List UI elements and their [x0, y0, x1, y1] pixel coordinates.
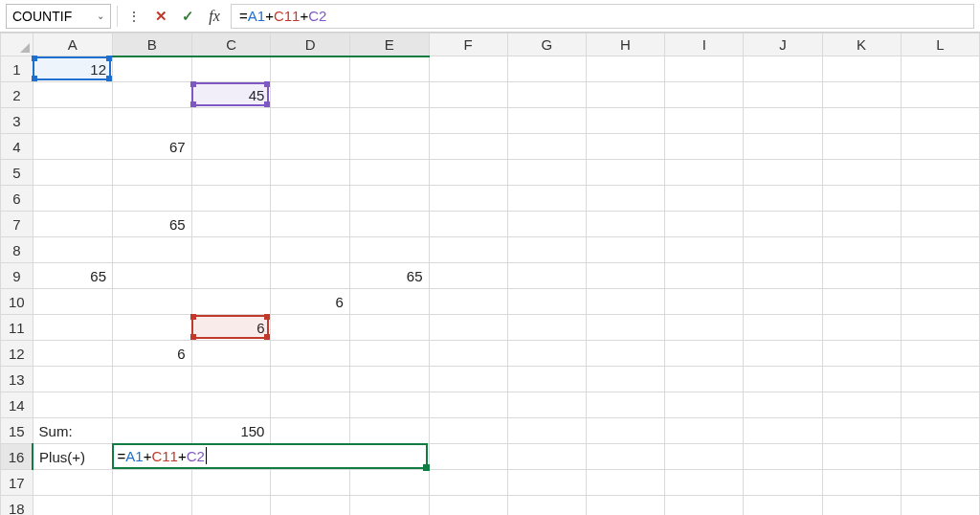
cell-E10[interactable] [349, 289, 429, 315]
col-header-H[interactable]: H [586, 34, 664, 56]
cell-B3[interactable] [113, 108, 192, 134]
cell-J7[interactable] [744, 212, 822, 237]
cell-E2[interactable] [349, 82, 429, 108]
name-box[interactable]: COUNTIF ⌄ [6, 4, 111, 29]
cell-H15[interactable] [586, 418, 664, 444]
cell-C9[interactable] [191, 263, 271, 289]
cell-G11[interactable] [507, 315, 586, 341]
row-header-13[interactable]: 13 [1, 367, 33, 392]
cell-D8[interactable] [271, 237, 349, 263]
cell-I15[interactable] [665, 418, 744, 444]
row-header-1[interactable]: 1 [1, 56, 33, 82]
cell-J2[interactable] [744, 82, 822, 108]
row-header-18[interactable]: 18 [1, 496, 33, 516]
cell-C6[interactable] [191, 186, 271, 212]
cell-B2[interactable] [113, 82, 192, 108]
cell-H2[interactable] [586, 82, 664, 108]
cell-D3[interactable] [271, 108, 349, 134]
cell-F11[interactable] [429, 315, 507, 341]
cell-L12[interactable] [901, 341, 979, 367]
cell-E11[interactable] [349, 315, 429, 341]
cell-I18[interactable] [665, 496, 744, 516]
cell-I10[interactable] [665, 289, 744, 315]
cell-J4[interactable] [744, 134, 822, 160]
col-header-I[interactable]: I [665, 34, 744, 56]
cell-B10[interactable] [113, 289, 192, 315]
cell-H18[interactable] [586, 496, 664, 516]
cell-C2[interactable]: 45 [191, 82, 271, 108]
cell-I9[interactable] [665, 263, 744, 289]
cell-I12[interactable] [665, 341, 744, 367]
cell-G12[interactable] [507, 341, 586, 367]
cell-D1[interactable] [271, 56, 349, 82]
cell-H6[interactable] [586, 186, 664, 212]
cell-K4[interactable] [822, 134, 901, 160]
cell-L8[interactable] [901, 237, 979, 263]
row-header-8[interactable]: 8 [1, 237, 33, 263]
col-header-F[interactable]: F [429, 34, 507, 56]
cell-E14[interactable] [349, 392, 429, 418]
cell-K16[interactable] [822, 444, 901, 470]
cell-K1[interactable] [822, 56, 901, 82]
cell-A7[interactable] [33, 212, 112, 237]
cell-C11[interactable]: 6 [191, 315, 271, 341]
cell-K14[interactable] [822, 392, 901, 418]
col-header-E[interactable]: E [349, 34, 429, 56]
cell-C5[interactable] [191, 160, 271, 186]
cell-B13[interactable] [113, 367, 192, 392]
cell-D15[interactable] [271, 418, 349, 444]
cell-F5[interactable] [429, 160, 507, 186]
cell-E17[interactable] [349, 470, 429, 496]
cell-D10[interactable]: 6 [271, 289, 349, 315]
cell-B11[interactable] [113, 315, 192, 341]
cell-H13[interactable] [586, 367, 664, 392]
cell-J5[interactable] [744, 160, 822, 186]
cell-H5[interactable] [586, 160, 664, 186]
cell-K17[interactable] [822, 470, 901, 496]
cell-L9[interactable] [901, 263, 979, 289]
cell-F4[interactable] [429, 134, 507, 160]
cell-F18[interactable] [429, 496, 507, 516]
cell-A4[interactable] [33, 134, 112, 160]
cell-A1[interactable]: 12 [33, 56, 112, 82]
cell-J6[interactable] [744, 186, 822, 212]
cell-J9[interactable] [744, 263, 822, 289]
col-header-D[interactable]: D [271, 34, 349, 56]
cell-E18[interactable] [349, 496, 429, 516]
cell-F12[interactable] [429, 341, 507, 367]
cell-A6[interactable] [33, 186, 112, 212]
cell-L16[interactable] [901, 444, 979, 470]
row-header-15[interactable]: 15 [1, 418, 33, 444]
cell-A14[interactable] [33, 392, 112, 418]
cell-E1[interactable] [349, 56, 429, 82]
cell-D17[interactable] [271, 470, 349, 496]
cell-C10[interactable] [191, 289, 271, 315]
cell-I13[interactable] [665, 367, 744, 392]
formula-input[interactable]: =A1+C11+C2 [231, 4, 974, 29]
cell-E5[interactable] [349, 160, 429, 186]
cell-C13[interactable] [191, 367, 271, 392]
cell-C7[interactable] [191, 212, 271, 237]
cell-J18[interactable] [744, 496, 822, 516]
cell-D7[interactable] [271, 212, 349, 237]
cell-L3[interactable] [901, 108, 979, 134]
cell-J13[interactable] [744, 367, 822, 392]
cell-H4[interactable] [586, 134, 664, 160]
cell-L14[interactable] [901, 392, 979, 418]
cell-A10[interactable] [33, 289, 112, 315]
cell-K2[interactable] [822, 82, 901, 108]
cell-H8[interactable] [586, 237, 664, 263]
row-header-2[interactable]: 2 [1, 82, 33, 108]
cell-G7[interactable] [507, 212, 586, 237]
cell-F13[interactable] [429, 367, 507, 392]
cell-B18[interactable] [113, 496, 192, 516]
fill-handle[interactable] [423, 464, 430, 471]
cell-J14[interactable] [744, 392, 822, 418]
cell-F9[interactable] [429, 263, 507, 289]
cell-A18[interactable] [33, 496, 112, 516]
row-header-12[interactable]: 12 [1, 341, 33, 367]
cell-G9[interactable] [507, 263, 586, 289]
cell-B12[interactable]: 6 [113, 341, 192, 367]
cell-I2[interactable] [665, 82, 744, 108]
cell-K9[interactable] [822, 263, 901, 289]
